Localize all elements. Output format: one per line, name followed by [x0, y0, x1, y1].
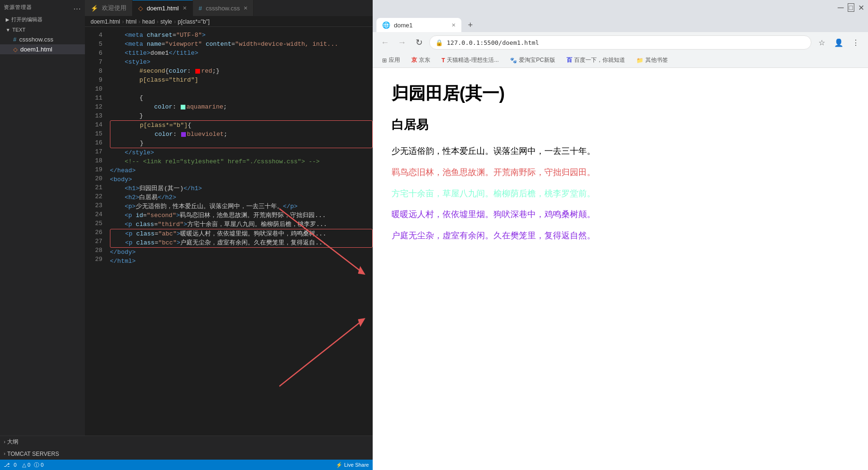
- sidebar-item-cssshow[interactable]: # cssshow.css: [0, 34, 85, 44]
- code-area[interactable]: <meta charset="UTF-8"> <meta name="viewp…: [106, 27, 373, 436]
- warning-count: △ 0: [22, 462, 30, 468]
- app-layout: 资源管理器 ... ▶ 打开的编辑器 ▼ TEXT # cssshow.css …: [0, 0, 868, 470]
- poem-title: 归园田居(其一): [392, 82, 849, 105]
- bookmark-jd[interactable]: 京 京东: [408, 55, 434, 65]
- chevron-right-icon-tomcat: ›: [4, 451, 5, 456]
- breadcrumb-style[interactable]: style: [160, 18, 172, 25]
- tab-close-doem1[interactable]: ✕: [183, 5, 187, 11]
- vscode-sidebar: 资源管理器 ... ▶ 打开的编辑器 ▼ TEXT # cssshow.css …: [0, 0, 85, 436]
- poem-line-3: 方宅十余亩，草屋八九间。榆柳荫后檐，桃李罗堂前。: [392, 187, 849, 201]
- tab-welcome[interactable]: ⚡ 欢迎使用: [85, 0, 133, 16]
- code-line-21: <h1>归园田居(其一)</h1>: [110, 184, 373, 193]
- code-line-11: {: [110, 93, 373, 102]
- breadcrumb-html[interactable]: html: [126, 18, 137, 25]
- browser-content: 归园田居(其一) 白居易 少无适俗韵，性本爱丘山。误落尘网中，一去三十年。 羁鸟…: [373, 68, 868, 470]
- breadcrumb-file[interactable]: doem1.html: [91, 18, 120, 25]
- taobao-icon: 🐾: [510, 57, 517, 64]
- browser-tab-bar: 🌐 dome1 ✕ +: [373, 15, 868, 32]
- html-tab-icon: ◇: [138, 5, 143, 12]
- code-line-7: <style>: [110, 58, 373, 67]
- jd-icon: 京: [411, 56, 417, 64]
- browser-bookmark-star-btn[interactable]: ☆: [815, 36, 828, 49]
- svg-line-3: [279, 319, 364, 386]
- code-line-9: p[class="third"]: [110, 76, 373, 84]
- bookmark-other-label: 其他书签: [645, 56, 668, 64]
- open-editors-label: 打开的编辑器: [11, 16, 42, 23]
- poem-author: 白居易: [392, 117, 849, 133]
- browser-url-text: 127.0.0.1:5500/doem1.html: [447, 39, 539, 46]
- code-line-12: color: aquamarine;: [110, 102, 373, 111]
- outline-panel[interactable]: › 大纲: [0, 436, 373, 448]
- browser-forward-btn[interactable]: →: [395, 36, 409, 49]
- win-close-btn[interactable]: ✕: [858, 3, 864, 12]
- css-tab-icon: #: [199, 5, 202, 12]
- browser-url-lock-icon: 🔒: [435, 39, 443, 46]
- code-line-4: <meta charset="UTF-8">: [110, 31, 373, 40]
- error-count: 0: [14, 462, 17, 468]
- vscode-panel: 资源管理器 ... ▶ 打开的编辑器 ▼ TEXT # cssshow.css …: [0, 0, 373, 470]
- code-line-8: #second{color: red;}: [110, 67, 373, 76]
- baidu-icon: 百: [567, 56, 572, 64]
- breadcrumb-head[interactable]: head: [142, 18, 155, 25]
- breadcrumb-sep2: ›: [138, 18, 140, 25]
- html-file-icon: ◇: [13, 46, 17, 53]
- bookmark-apps[interactable]: ⊞ 应用: [378, 55, 404, 65]
- bookmark-baidu[interactable]: 百 百度一下，你就知道: [563, 55, 629, 65]
- code-line-19: </head>: [110, 166, 373, 175]
- bookmark-tmall[interactable]: T 天猫精选-理想生活...: [438, 55, 502, 65]
- code-line-17: </style>: [110, 148, 373, 157]
- tab-cssshow[interactable]: # cssshow.css ✕: [193, 0, 254, 16]
- open-editors-section[interactable]: ▶ 打开的编辑器: [0, 14, 85, 25]
- poem-line-1: 少无适俗韵，性本爱丘山。误落尘网中，一去三十年。: [392, 144, 849, 158]
- tab-doem1[interactable]: ◇ doem1.html ✕: [133, 0, 193, 16]
- sidebar-title: 资源管理器: [4, 4, 32, 11]
- editor-content-wrapper: 4 5 6 7 8 9 10 11 12 13 14 15 16 17: [85, 27, 373, 436]
- tab-label-cssshow: cssshow.css: [206, 5, 240, 12]
- css-file-icon: #: [13, 36, 17, 43]
- tab-bar: ⚡ 欢迎使用 ◇ doem1.html ✕ # cssshow.css ✕: [85, 0, 373, 17]
- chevron-down-icon: ▼: [6, 27, 10, 33]
- bookmark-apps-label: 应用: [389, 56, 400, 64]
- code-line-13: }: [110, 111, 373, 120]
- tomcat-panel[interactable]: › TOMCAT SERVERS: [0, 448, 373, 460]
- code-line-24: <p id="second">羁鸟恋旧林，池鱼思故渊。开荒南野际，守拙归园...: [110, 211, 373, 220]
- breadcrumb-sep4: ›: [174, 18, 176, 25]
- browser-new-tab-btn[interactable]: +: [463, 18, 477, 32]
- tab-close-cssshow[interactable]: ✕: [243, 5, 248, 11]
- bookmark-taobao[interactable]: 🐾 爱淘宝PC新版: [506, 55, 559, 65]
- chevron-right-icon-outline: ›: [4, 439, 5, 445]
- sidebar-options[interactable]: ...: [74, 3, 81, 11]
- tmall-icon: T: [442, 57, 445, 64]
- code-line-28: </body>: [110, 248, 373, 257]
- text-section-label: TEXT: [12, 27, 25, 33]
- browser-bookmarks-bar: ⊞ 应用 京 京东 T 天猫精选-理想生活... 🐾 爱淘宝PC新版 百 百度一…: [373, 53, 868, 68]
- browser-refresh-btn[interactable]: ↻: [412, 36, 426, 49]
- bookmark-taobao-label: 爱淘宝PC新版: [519, 56, 555, 64]
- win-maximize-btn[interactable]: □: [848, 3, 854, 12]
- browser-menu-btn[interactable]: ⋮: [849, 36, 862, 49]
- info-count: ⓘ 0: [34, 462, 43, 469]
- browser-title-bar: ─ □ ✕: [373, 0, 868, 15]
- vscode-icon: ⚡: [91, 5, 98, 12]
- browser-back-btn[interactable]: ←: [378, 36, 392, 49]
- browser-tab-title: dome1: [394, 22, 413, 29]
- win-minimize-btn[interactable]: ─: [838, 3, 844, 13]
- text-section[interactable]: ▼ TEXT: [0, 25, 85, 34]
- highlight-box-css: p[class*="b"]{ color: blueviolet; }: [110, 120, 373, 148]
- browser-url-bar[interactable]: 🔒 127.0.0.1:5500/doem1.html: [429, 35, 811, 50]
- browser-tab-dome1[interactable]: 🌐 dome1 ✕: [376, 18, 461, 32]
- sidebar-item-label-doem1: doem1.html: [20, 46, 52, 53]
- code-line-25: <p class="third">方宅十余亩，草屋八九间。榆柳荫后檐，桃李罗..…: [110, 220, 373, 229]
- code-line-6: <title>dome1</title>: [110, 49, 373, 58]
- sidebar-item-doem1[interactable]: ◇ doem1.html: [0, 44, 85, 54]
- bookmark-other[interactable]: 📁 其他书签: [633, 55, 672, 65]
- bookmark-jd-label: 京东: [419, 56, 430, 64]
- line-numbers: 4 5 6 7 8 9 10 11 12 13 14 15 16 17: [85, 27, 106, 436]
- browser-profile-btn[interactable]: 👤: [832, 36, 845, 49]
- browser-tab-close-btn[interactable]: ✕: [451, 22, 456, 28]
- code-line-5: <meta name="viewport" content="width=dev…: [110, 40, 373, 49]
- breadcrumb-selector[interactable]: p[class*="b"]: [178, 18, 210, 25]
- live-share-label[interactable]: ⚡ Live Share: [336, 462, 369, 468]
- vscode-bottom-panels: › 大纲 › TOMCAT SERVERS: [0, 436, 373, 460]
- code-line-29: </html>: [110, 257, 373, 266]
